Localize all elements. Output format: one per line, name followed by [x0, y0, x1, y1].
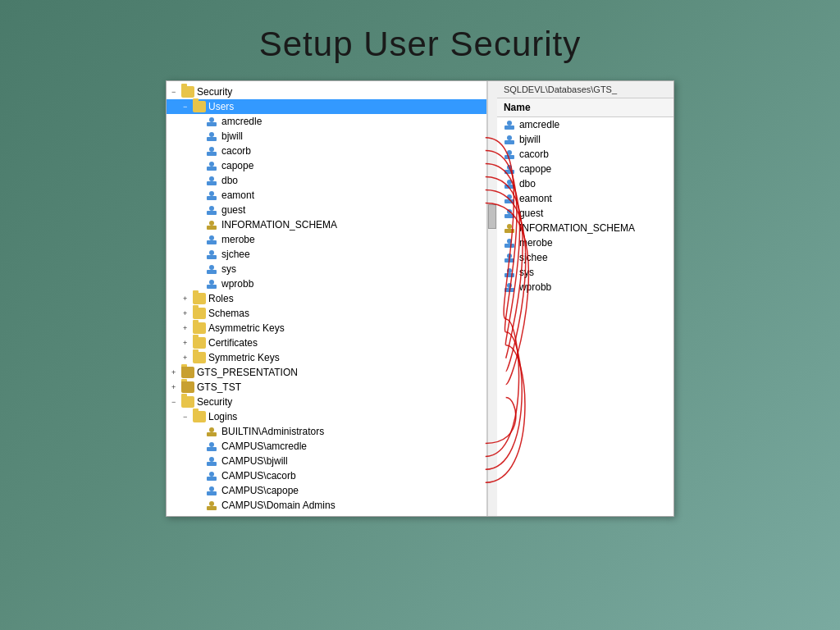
svg-point-26 [209, 427, 214, 432]
user-icon-campus-domain-admins [206, 500, 219, 511]
svg-point-30 [209, 457, 214, 462]
tree-label-sjchee: sjchee [221, 248, 250, 261]
rp-user-icon-sjchee [504, 252, 517, 263]
svg-point-10 [209, 176, 214, 181]
rp-item-information-schema[interactable]: INFORMATION_SCHEMA [497, 221, 673, 235]
scrollbar[interactable] [487, 81, 497, 516]
tree-label-schemas: Schemas [208, 307, 249, 320]
svg-point-16 [209, 221, 214, 226]
tree-item-logins[interactable]: − Logins [167, 409, 486, 424]
tree-item-merobe[interactable]: merobe [167, 232, 486, 247]
tree-item-symmetric-keys[interactable]: + Symmetric Keys [167, 350, 486, 365]
tree-item-asymmetric-keys[interactable]: + Asymmetric Keys [167, 321, 486, 336]
rp-item-merobe[interactable]: merobe [497, 235, 673, 250]
rp-label-information-schema: INFORMATION_SCHEMA [519, 222, 635, 234]
rp-user-icon-merobe [504, 237, 517, 249]
tree-item-roles[interactable]: + Roles [167, 291, 486, 306]
tree-item-capope[interactable]: capope [167, 158, 486, 173]
svg-rect-39 [504, 140, 514, 144]
tree-item-campus-capope[interactable]: CAMPUS\capope [167, 483, 486, 498]
rp-item-wprobb[interactable]: wprobb [497, 280, 673, 294]
rp-user-icon-amcredle [504, 119, 517, 130]
rp-user-icon-dbo [504, 178, 517, 189]
rp-label-cacorb: cacorb [519, 148, 549, 160]
svg-rect-45 [504, 185, 514, 189]
page-title: Setup User Security [0, 25, 840, 64]
tree-item-dbo[interactable]: dbo [167, 173, 486, 188]
svg-point-50 [507, 209, 512, 214]
svg-point-42 [507, 150, 512, 155]
svg-rect-33 [207, 491, 217, 495]
tree-item-security[interactable]: − Security [167, 84, 486, 99]
user-icon-campus-capope [206, 485, 219, 496]
svg-rect-9 [207, 181, 217, 185]
tree-label-dbo: dbo [221, 174, 238, 187]
rp-user-icon-information-schema [504, 222, 517, 234]
svg-point-22 [209, 265, 214, 270]
rp-item-guest[interactable]: guest [497, 206, 673, 221]
user-icon-dbo [206, 175, 219, 186]
rp-item-dbo[interactable]: dbo [497, 176, 673, 191]
tree-item-certificates[interactable]: + Certificates [167, 336, 486, 350]
tree-item-guest[interactable]: guest [167, 203, 486, 217]
rp-item-bjwill[interactable]: bjwill [497, 132, 673, 147]
folder-icon-roles [193, 293, 206, 304]
rp-item-sys[interactable]: sys [497, 265, 673, 280]
svg-rect-43 [504, 170, 514, 174]
rp-user-icon-eamont [504, 193, 517, 204]
tree-item-cacorb[interactable]: cacorb [167, 144, 486, 158]
tree-item-schemas[interactable]: + Schemas [167, 306, 486, 321]
tree-item-information-schema[interactable]: INFORMATION_SCHEMA [167, 217, 486, 232]
svg-rect-57 [504, 273, 514, 277]
screenshot-container: − Security − Users [166, 80, 674, 517]
tree-item-amcredle[interactable]: amcredle [167, 114, 486, 129]
svg-rect-15 [207, 226, 217, 230]
tree-item-gts-presentation[interactable]: + GTS_PRESENTATION [167, 365, 486, 380]
svg-point-18 [209, 235, 214, 240]
tree-item-campus-amcredle[interactable]: CAMPUS\amcredle [167, 439, 486, 454]
rp-label-amcredle: amcredle [519, 119, 559, 130]
rp-user-icon-cacorb [504, 148, 517, 160]
svg-point-32 [209, 472, 214, 477]
tree-item-campus-domain-admins[interactable]: CAMPUS\Domain Admins [167, 498, 486, 513]
tree-item-sys[interactable]: sys [167, 262, 486, 276]
tree-item-wprobb[interactable]: wprobb [167, 276, 486, 291]
svg-point-12 [209, 191, 214, 196]
rp-label-capope: capope [519, 163, 551, 175]
tree-label-certificates: Certificates [208, 336, 258, 349]
tree-item-campus-cacorb[interactable]: CAMPUS\cacorb [167, 468, 486, 483]
rp-item-amcredle[interactable]: amcredle [497, 117, 673, 132]
tree-label-campus-amcredle: CAMPUS\amcredle [221, 440, 307, 453]
rp-item-cacorb[interactable]: cacorb [497, 147, 673, 162]
tree-item-bjwill[interactable]: bjwill [167, 129, 486, 144]
tree-label-eamont: eamont [221, 189, 254, 202]
svg-point-36 [209, 501, 214, 506]
tree-item-eamont[interactable]: eamont [167, 188, 486, 203]
user-icon-capope [206, 160, 219, 171]
tree-item-campus-bjwill[interactable]: CAMPUS\bjwill [167, 454, 486, 468]
svg-rect-31 [207, 477, 217, 481]
rp-item-capope[interactable]: capope [497, 162, 673, 176]
tree-item-users[interactable]: − Users [167, 99, 486, 114]
folder-icon-certificates [193, 337, 206, 349]
folder-icon-symmetric-keys [193, 352, 206, 363]
svg-rect-55 [504, 258, 514, 262]
folder-icon-logins [193, 411, 206, 422]
svg-point-34 [209, 486, 214, 491]
scrollbar-thumb[interactable] [488, 204, 496, 229]
tree-item-gts-tst[interactable]: + GTS_TST [167, 380, 486, 395]
tree-item-builtin-admins[interactable]: BUILTIN\Administrators [167, 424, 486, 439]
svg-rect-27 [207, 447, 217, 451]
rp-label-eamont: eamont [519, 193, 552, 204]
svg-point-28 [209, 442, 214, 447]
rp-label-dbo: dbo [519, 178, 536, 189]
svg-point-44 [507, 165, 512, 170]
tree-label-asymmetric-keys: Asymmetric Keys [208, 322, 285, 335]
tree-label-symmetric-keys: Symmetric Keys [208, 351, 280, 364]
rp-item-sjchee[interactable]: sjchee [497, 250, 673, 265]
tree-item-security2[interactable]: − Security [167, 395, 486, 409]
rp-label-guest: guest [519, 208, 543, 219]
rp-item-eamont[interactable]: eamont [497, 191, 673, 206]
rp-label-sjchee: sjchee [519, 252, 548, 263]
tree-item-sjchee[interactable]: sjchee [167, 247, 486, 262]
